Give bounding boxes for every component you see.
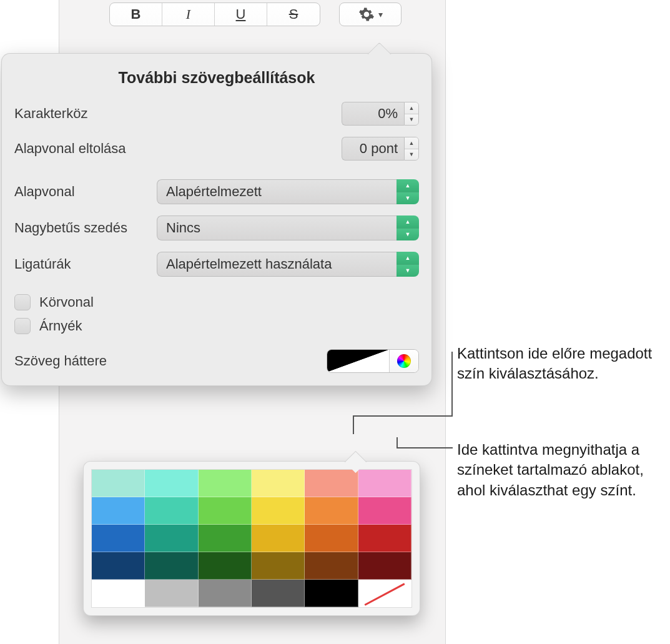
palette-swatch[interactable] xyxy=(305,552,358,580)
dd-up[interactable]: ▲ xyxy=(397,179,419,192)
callout-preset-color: Kattintson ide előre megadott szín kivál… xyxy=(457,344,657,384)
strikethrough-button[interactable]: S xyxy=(267,3,320,26)
shadow-checkbox[interactable] xyxy=(14,318,31,334)
ligatures-dropdown[interactable]: Alapértelmezett használata ▲ ▼ xyxy=(157,252,419,277)
bold-glyph: B xyxy=(131,6,141,22)
text-background-colorwell xyxy=(327,349,419,373)
palette-swatch[interactable] xyxy=(252,470,305,497)
palette-swatch[interactable] xyxy=(305,497,358,525)
ligatures-row: Ligatúrák Alapértelmezett használata ▲ ▼ xyxy=(14,252,419,277)
leader-line xyxy=(353,415,453,417)
baseline-shift-value: 0 pont xyxy=(342,137,404,161)
palette-swatch[interactable] xyxy=(92,580,145,607)
palette-swatch[interactable] xyxy=(252,552,305,580)
colorwheel-icon xyxy=(397,354,411,368)
char-spacing-down[interactable]: ▼ xyxy=(405,114,418,126)
dd-down[interactable]: ▼ xyxy=(397,229,419,241)
palette-swatch[interactable] xyxy=(92,470,145,497)
palette-swatch[interactable] xyxy=(199,525,252,552)
palette-swatch[interactable] xyxy=(199,580,252,607)
caps-row: Nagybetűs szedés Nincs ▲ ▼ xyxy=(14,215,419,240)
preset-color-palette xyxy=(83,461,420,616)
baseline-row: Alapvonal Alapértelmezett ▲ ▼ xyxy=(14,179,419,204)
strike-glyph: S xyxy=(289,6,298,22)
char-spacing-arrows: ▲ ▼ xyxy=(404,102,419,126)
palette-swatch[interactable] xyxy=(358,470,411,497)
caps-dd-arrows: ▲ ▼ xyxy=(397,215,419,240)
palette-grid xyxy=(91,469,412,608)
palette-swatch[interactable] xyxy=(358,497,411,525)
palette-swatch[interactable] xyxy=(305,580,358,607)
palette-swatch[interactable] xyxy=(358,552,411,580)
baseline-value: Alapértelmezett xyxy=(157,179,397,204)
palette-swatch[interactable] xyxy=(252,497,305,525)
leader-line xyxy=(397,447,453,448)
palette-swatch[interactable] xyxy=(252,525,305,552)
palette-swatch[interactable] xyxy=(145,525,198,552)
dd-down[interactable]: ▼ xyxy=(397,265,419,277)
palette-swatch[interactable] xyxy=(199,497,252,525)
palette-swatch[interactable] xyxy=(199,552,252,580)
underline-glyph: U xyxy=(236,6,246,22)
color-picker-button[interactable] xyxy=(390,350,418,372)
palette-swatch[interactable] xyxy=(92,497,145,525)
baseline-shift-down[interactable]: ▼ xyxy=(405,149,418,161)
ligatures-value: Alapértelmezett használata xyxy=(157,252,397,277)
text-options-popover: További szövegbeállítások Karakterköz 0%… xyxy=(1,53,432,386)
preset-color-swatch[interactable] xyxy=(327,350,390,372)
dd-up[interactable]: ▲ xyxy=(397,252,419,265)
baseline-shift-up[interactable]: ▲ xyxy=(405,137,418,149)
char-spacing-value: 0% xyxy=(342,102,404,126)
shadow-row: Árnyék xyxy=(14,318,419,334)
callout-color-wheel: Ide kattintva megnyithatja a színeket ta… xyxy=(457,440,657,500)
baseline-dropdown[interactable]: Alapértelmezett ▲ ▼ xyxy=(157,179,419,204)
palette-swatch[interactable] xyxy=(145,552,198,580)
caps-value: Nincs xyxy=(157,215,397,240)
ligatures-label: Ligatúrák xyxy=(14,256,71,272)
gear-icon xyxy=(358,6,375,22)
baseline-shift-label: Alapvonal eltolása xyxy=(14,141,126,157)
format-toolbar: B I U S ▾ xyxy=(109,2,402,26)
palette-swatch[interactable] xyxy=(358,525,411,552)
italic-glyph: I xyxy=(186,6,190,22)
palette-swatch[interactable] xyxy=(92,552,145,580)
palette-swatch[interactable] xyxy=(199,470,252,497)
palette-swatch[interactable] xyxy=(305,470,358,497)
leader-line xyxy=(353,415,354,434)
style-segmented-control: B I U S xyxy=(109,2,320,26)
char-spacing-stepper[interactable]: 0% ▲ ▼ xyxy=(342,102,419,126)
outline-checkbox[interactable] xyxy=(14,294,31,310)
palette-swatch[interactable] xyxy=(358,580,411,607)
text-background-row: Szöveg háttere xyxy=(14,349,419,373)
italic-button[interactable]: I xyxy=(162,3,215,26)
baseline-dd-arrows: ▲ ▼ xyxy=(397,179,419,204)
text-background-label: Szöveg háttere xyxy=(14,353,107,369)
bold-button[interactable]: B xyxy=(110,3,162,26)
char-spacing-up[interactable]: ▲ xyxy=(405,102,418,114)
char-spacing-label: Karakterköz xyxy=(14,106,87,122)
char-spacing-row: Karakterköz 0% ▲ ▼ xyxy=(14,102,419,126)
leader-line xyxy=(451,352,453,417)
palette-swatch[interactable] xyxy=(145,470,198,497)
more-text-options-button[interactable]: ▾ xyxy=(339,2,402,26)
palette-swatch[interactable] xyxy=(145,497,198,525)
dd-down[interactable]: ▼ xyxy=(397,192,419,205)
baseline-label: Alapvonal xyxy=(14,184,75,200)
popover-title: További szövegbeállítások xyxy=(14,69,419,87)
chevron-down-icon: ▾ xyxy=(378,9,383,19)
dd-up[interactable]: ▲ xyxy=(397,215,419,229)
caps-label: Nagybetűs szedés xyxy=(14,220,127,236)
underline-button[interactable]: U xyxy=(215,3,267,26)
palette-swatch[interactable] xyxy=(92,525,145,552)
baseline-shift-row: Alapvonal eltolása 0 pont ▲ ▼ xyxy=(14,137,419,161)
palette-swatch[interactable] xyxy=(305,525,358,552)
baseline-shift-arrows: ▲ ▼ xyxy=(404,137,419,161)
palette-swatch[interactable] xyxy=(145,580,198,607)
outline-label: Körvonal xyxy=(39,294,94,310)
outline-row: Körvonal xyxy=(14,294,419,310)
shadow-label: Árnyék xyxy=(39,318,82,334)
baseline-shift-stepper[interactable]: 0 pont ▲ ▼ xyxy=(342,137,419,161)
caps-dropdown[interactable]: Nincs ▲ ▼ xyxy=(157,215,419,240)
ligatures-dd-arrows: ▲ ▼ xyxy=(397,252,419,277)
palette-swatch[interactable] xyxy=(252,580,305,607)
